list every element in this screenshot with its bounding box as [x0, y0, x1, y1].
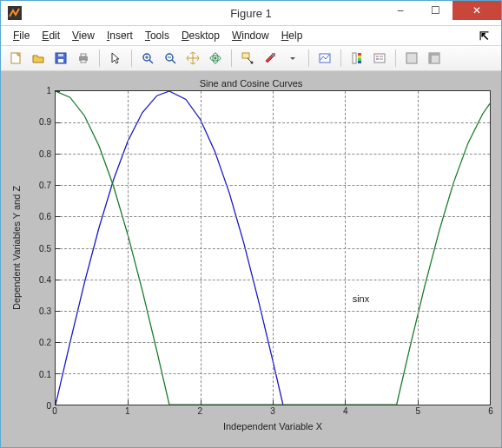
- window-controls: – ☐ ✕: [383, 1, 501, 25]
- zoom-out-icon[interactable]: [161, 49, 180, 68]
- menu-file[interactable]: File: [8, 28, 35, 43]
- tickmark: [418, 400, 419, 405]
- y-tick-label: 0: [46, 401, 51, 411]
- figure-area: Sine and Cosine Curves Dependent Variabl…: [1, 71, 501, 447]
- x-tick-label: 2: [198, 406, 203, 416]
- tickmark: [56, 185, 60, 186]
- menu-window[interactable]: Window: [227, 28, 274, 43]
- toolbar: [1, 45, 501, 71]
- y-tick-label: 0.5: [39, 243, 51, 253]
- svg-rect-6: [81, 54, 86, 56]
- minimize-button[interactable]: –: [383, 1, 418, 20]
- svg-line-13: [172, 60, 175, 63]
- x-tick-label: 0: [52, 406, 57, 416]
- insert-legend-icon[interactable]: [370, 49, 389, 68]
- y-tick-label: 0.2: [39, 338, 51, 347]
- tickmark: [273, 400, 274, 405]
- y-axis-label: Dependent Variables Y and Z: [11, 90, 30, 405]
- gridline-h: [56, 280, 490, 280]
- save-icon[interactable]: [51, 49, 70, 68]
- docking-arrow-icon[interactable]: ⇱: [479, 30, 494, 43]
- hide-plot-tools-icon[interactable]: [402, 49, 421, 68]
- x-axis-label: Independent Variable X: [55, 421, 491, 437]
- axes[interactable]: sinx: [55, 90, 491, 405]
- menu-help[interactable]: Help: [276, 28, 308, 43]
- svg-rect-3: [58, 59, 63, 63]
- menu-view[interactable]: View: [67, 28, 100, 43]
- titlebar[interactable]: Figure 1 – ☐ ✕: [1, 1, 501, 26]
- menubar: File Edit View Insert Tools Desktop Wind…: [1, 26, 501, 45]
- tickmark: [56, 154, 60, 155]
- gridline-h: [56, 373, 490, 374]
- toolbar-separator: [131, 49, 132, 67]
- svg-rect-18: [242, 53, 249, 58]
- close-button[interactable]: ✕: [452, 1, 501, 20]
- insert-colorbar-icon[interactable]: [347, 49, 367, 68]
- tickmark: [345, 400, 346, 405]
- x-axis-ticks: 0123456: [55, 405, 491, 421]
- data-cursor-icon[interactable]: [238, 49, 257, 68]
- svg-rect-4: [58, 54, 63, 56]
- maximize-button[interactable]: ☐: [418, 1, 452, 20]
- menu-desktop[interactable]: Desktop: [176, 28, 225, 43]
- svg-rect-21: [272, 53, 275, 56]
- brush-icon[interactable]: [261, 49, 280, 68]
- print-icon[interactable]: [74, 49, 93, 68]
- y-tick-label: 0.8: [39, 148, 51, 158]
- gridline-h: [56, 311, 490, 312]
- menu-insert[interactable]: Insert: [102, 28, 138, 43]
- y-tick-label: 0.3: [39, 306, 51, 316]
- plot-title: Sine and Cosine Curves: [11, 78, 491, 89]
- menu-edit[interactable]: Edit: [36, 28, 65, 43]
- link-plot-icon[interactable]: [315, 49, 334, 68]
- gridline-h: [56, 122, 490, 123]
- menu-tools[interactable]: Tools: [140, 28, 175, 43]
- dropdown-icon[interactable]: [283, 49, 302, 68]
- gridline-h: [56, 154, 490, 155]
- x-tick-label: 5: [416, 406, 421, 416]
- svg-point-17: [215, 57, 217, 60]
- svg-rect-7: [81, 60, 86, 63]
- tickmark: [56, 342, 60, 343]
- plot-grid: Dependent Variables Y and Z 00.10.20.30.…: [11, 90, 491, 437]
- y-tick-label: 0.7: [39, 180, 51, 189]
- x-tick-label: 6: [488, 406, 493, 416]
- tickmark: [56, 280, 60, 280]
- tickmark: [56, 216, 60, 217]
- y-axis-ticks: 00.10.20.30.40.50.60.70.80.91: [30, 90, 55, 405]
- x-tick-label: 4: [343, 406, 348, 416]
- y-tick-label: 1: [46, 86, 51, 96]
- figure-window: Figure 1 – ☐ ✕ File Edit View Insert Too…: [0, 0, 502, 448]
- matlab-icon: [8, 6, 22, 20]
- svg-rect-36: [429, 53, 432, 63]
- gridline-h: [56, 216, 490, 217]
- svg-point-20: [251, 62, 254, 64]
- toolbar-separator: [395, 49, 396, 67]
- annotation-text[interactable]: sinx: [353, 293, 370, 304]
- svg-rect-28: [374, 54, 385, 63]
- y-tick-label: 0.1: [39, 369, 51, 379]
- x-tick-label: 3: [270, 406, 275, 416]
- new-figure-icon[interactable]: [6, 49, 25, 68]
- rotate-3d-icon[interactable]: [206, 49, 225, 68]
- svg-line-9: [149, 60, 153, 63]
- pointer-icon[interactable]: [106, 49, 125, 68]
- tickmark: [56, 91, 60, 92]
- toolbar-separator: [308, 49, 309, 67]
- y-tick-label: 0.4: [39, 274, 51, 284]
- svg-rect-33: [406, 53, 417, 63]
- x-tick-label: 1: [125, 406, 130, 416]
- zoom-in-icon[interactable]: [138, 49, 157, 68]
- tickmark: [56, 248, 60, 249]
- tickmark: [56, 122, 60, 123]
- gridline-h: [56, 248, 490, 249]
- tickmark: [56, 311, 60, 312]
- gridline-h: [56, 342, 490, 343]
- toolbar-separator: [231, 49, 232, 67]
- show-plot-tools-icon[interactable]: [425, 49, 444, 68]
- tickmark: [128, 400, 129, 405]
- svg-rect-26: [358, 58, 361, 61]
- pan-icon[interactable]: [183, 49, 202, 68]
- open-icon[interactable]: [29, 49, 48, 68]
- toolbar-separator: [99, 49, 100, 67]
